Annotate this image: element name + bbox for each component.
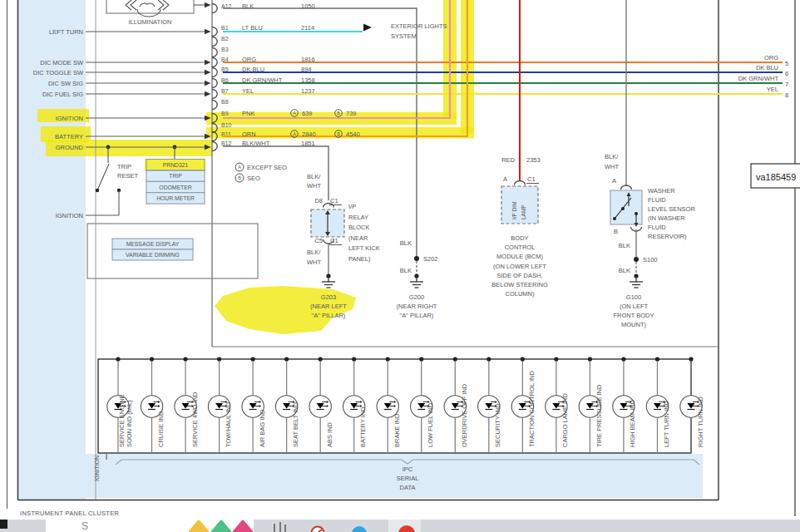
washer-name-4: (IN WASHER — [648, 214, 685, 222]
ipc-serial-2: SERIAL — [397, 475, 419, 482]
legend-symbol-a: A — [238, 165, 241, 170]
ignition-internal-label: IGNITION — [56, 212, 83, 219]
signal-arrow-icon — [205, 60, 211, 65]
signal-label-ignition: IGNITION — [56, 115, 83, 122]
taskbar-window-preview[interactable]: S — [46, 520, 254, 532]
diagram-shape: A — [293, 131, 296, 136]
g200-loc2: "A" PILLAR) — [400, 312, 434, 319]
indicator-label-13: CARGO LAMP IND — [561, 393, 569, 447]
diagram-shape — [96, 189, 99, 192]
diagram-shape — [621, 207, 625, 210]
illumination-box — [106, 0, 194, 13]
bus-junction-3 — [217, 357, 221, 361]
indicator-label-9: LOW FUEL IND — [427, 402, 434, 447]
washer-name-2: FLUID — [648, 196, 666, 204]
exit-wire-label-8: YEL — [767, 86, 778, 93]
signal-arrow-icon — [205, 29, 211, 34]
ip-dim-lamp-1: I/P DIM — [511, 201, 517, 219]
mode-odometer: ODOMETER — [159, 185, 191, 190]
indicator-label-12: TRACTION CONTROL IND — [528, 371, 536, 447]
circuit-b-B9: 739 — [346, 110, 357, 117]
relay-wire-label1: BLK/ — [307, 173, 321, 180]
red-app-icon — [397, 525, 417, 532]
lamp-icon — [126, 0, 169, 17]
illumination-label: ILLUMINATION — [129, 18, 172, 26]
exterior-lights-ref: EXTERIOR LIGHTS SYSTEM — [363, 22, 447, 40]
pin-arc-B7 — [212, 90, 217, 99]
circuit-B7: 1237 — [301, 87, 315, 95]
bus-junction-6 — [319, 357, 323, 361]
g100-loc2: FRONT BODY — [613, 312, 654, 319]
diagram-shape: B — [337, 131, 340, 136]
bcm-pin-c1: C1 — [527, 175, 536, 183]
bcm-name-7: COLUMN) — [506, 290, 536, 298]
legend-label-a: EXCEPT SEO — [247, 164, 287, 171]
relay-name-3: BLOCK — [348, 224, 369, 231]
circuit-A12: 1050 — [301, 2, 315, 10]
arrow-into-a12 — [205, 2, 211, 7]
relay-name-1: I/P — [348, 203, 356, 210]
screenshot-root: ILLUMINATION EXTERIOR LIGHTS SYSTEM A EX… — [0, 0, 800, 532]
diagram-shape — [97, 164, 109, 190]
diagram-shape — [140, 3, 155, 7]
bus-junction-2 — [183, 357, 187, 361]
relay-pin-d8: D8 — [314, 197, 323, 204]
indicator-label-8: BRAKE IND — [393, 413, 401, 447]
ipc-bottom-panel — [86, 454, 703, 498]
message-display-label: MESSAGE DISPLAY — [126, 241, 180, 247]
trip-reset-line2: RESET — [117, 172, 138, 180]
bus-junction-1 — [150, 357, 154, 361]
bcm-wire-label: RED — [501, 156, 515, 164]
ignition-bottom-label: IGNITION — [94, 456, 100, 481]
circuit-a-B9: 639 — [302, 110, 313, 117]
pin-label-B7: B7 — [221, 88, 229, 94]
pin-label-B9: B9 — [221, 111, 229, 116]
component-title: INSTRUMENT PANEL CLUSTER — [20, 510, 119, 517]
washer-pin-a: A — [612, 177, 616, 185]
diagram-shape — [613, 217, 616, 220]
ground-symbols — [322, 273, 643, 288]
pin-arc-B8 — [212, 101, 217, 110]
bus-junction-0 — [116, 357, 120, 361]
ipc-serial-3: DATA — [400, 484, 416, 491]
mode-trip: TRIP — [169, 173, 182, 179]
wiring-diagram: ILLUMINATION EXTERIOR LIGHTS SYSTEM A EX… — [0, 0, 800, 519]
legend: A EXCEPT SEO B SEO — [235, 163, 287, 182]
pin-arc-B5 — [212, 68, 217, 77]
washer-blk2: BLK — [619, 267, 630, 274]
s202-splice — [414, 256, 419, 261]
partial-text-icon[interactable] — [273, 522, 294, 532]
relay-pin-c5: C5 — [314, 237, 323, 244]
bus-junction-9 — [419, 357, 423, 361]
wire-name-B12: BLK/WHT — [242, 140, 270, 147]
signal-arrow-icon — [205, 91, 211, 96]
pin-arc-A12 — [212, 4, 217, 13]
indicator-label-6: ABS IND — [326, 421, 333, 447]
wire-name-A12: BLK — [242, 2, 254, 10]
pin-arc-B6 — [212, 79, 217, 88]
diagram-shape — [126, 0, 136, 10]
indicator-label-5: SEAT BELT IND — [292, 401, 299, 447]
bus-junction-16 — [655, 357, 659, 361]
s202-wire2-label: BLK — [400, 267, 412, 274]
exit-wire-label-6: DK BLU — [756, 64, 778, 71]
relay-lower-wire1: BLK/ — [307, 249, 321, 256]
app-tile[interactable] — [388, 520, 421, 532]
pin-label-B2: B2 — [221, 36, 229, 42]
taskbar-partial-icon[interactable] — [0, 520, 7, 529]
ref-tag-box[interactable]: va185459 — [751, 164, 800, 188]
indicator-label-2: SERVICE 4WD IND — [191, 392, 199, 447]
pin-arc-B4 — [212, 58, 217, 67]
wire-name-B11: ORN — [242, 131, 256, 138]
bcm-name-4: (ON LOWER LEFT — [493, 263, 546, 270]
washer-pin-b: B — [614, 228, 618, 235]
exit-wire-label-5: ORG — [764, 54, 778, 62]
g100-label: G100 — [626, 293, 641, 301]
bus-junction-10 — [453, 357, 457, 361]
blocked-badge-icon[interactable] — [309, 525, 328, 532]
washer-name-3: LEVEL SENSOR — [648, 205, 695, 213]
blue-app-icon[interactable] — [350, 525, 370, 532]
indicator-label-14: TIRE PRESSURE IND — [595, 384, 603, 447]
s202-wire-label: BLK — [400, 239, 412, 247]
pin-label-B6: B6 — [221, 77, 229, 83]
